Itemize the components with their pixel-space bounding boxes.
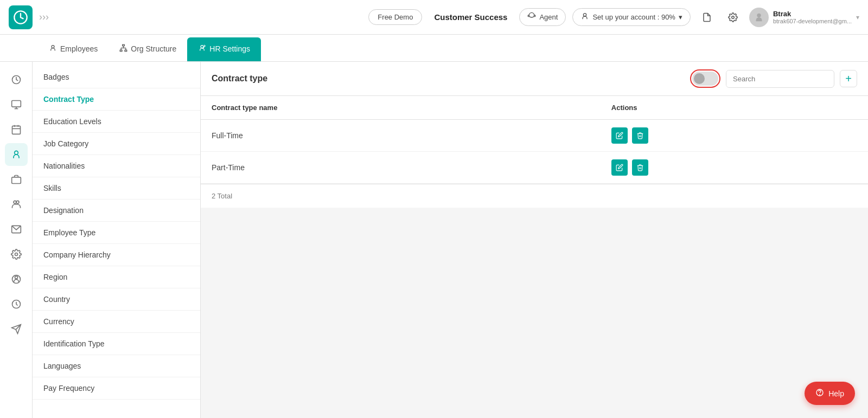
settings-nav-item-region[interactable]: Region bbox=[33, 266, 200, 288]
total-count: 2 Total bbox=[212, 192, 232, 200]
settings-nav-item-currency[interactable]: Currency bbox=[33, 311, 200, 333]
svg-point-3 bbox=[757, 13, 761, 17]
settings-nav-item-identification-type[interactable]: Identification Type bbox=[33, 333, 200, 355]
user-email: btrak607-development@gm... bbox=[773, 18, 852, 24]
sidebar-icon-person[interactable] bbox=[5, 143, 28, 166]
search-box bbox=[726, 70, 834, 88]
free-demo-button[interactable]: Free Demo bbox=[368, 9, 422, 25]
sidebar-icon-settings[interactable] bbox=[5, 243, 28, 266]
svg-rect-6 bbox=[120, 50, 123, 52]
settings-nav-item-employee-type[interactable]: Employee Type bbox=[33, 222, 200, 244]
data-table: Contract type name Actions Full-Time Par… bbox=[201, 96, 868, 184]
add-button[interactable]: + bbox=[840, 70, 857, 87]
agent-icon bbox=[527, 12, 536, 22]
cell-name: Part-Time bbox=[201, 152, 601, 184]
help-button[interactable]: Help bbox=[805, 382, 855, 405]
content-title: Contract type bbox=[212, 74, 267, 83]
settings-icon-button[interactable] bbox=[723, 8, 743, 27]
settings-nav-item-country[interactable]: Country bbox=[33, 288, 200, 311]
settings-nav-item-job-category[interactable]: Job Category bbox=[33, 133, 200, 155]
svg-point-28 bbox=[15, 276, 17, 279]
toggle-knob bbox=[694, 73, 705, 84]
settings-nav-item-company-hierarchy[interactable]: Company Hierarchy bbox=[33, 244, 200, 266]
setup-label: Set up your account : 90% bbox=[592, 13, 675, 21]
org-icon bbox=[119, 44, 127, 54]
chevron-down-icon: ▾ bbox=[679, 13, 682, 21]
sidebar-icon-send[interactable] bbox=[5, 318, 28, 340]
main-layout: Badges Contract Type Education Levels Jo… bbox=[0, 62, 868, 418]
avatar bbox=[749, 8, 769, 27]
settings-nav-item-contract-type[interactable]: Contract Type bbox=[33, 88, 200, 111]
person-icon bbox=[580, 12, 589, 22]
table-footer: 2 Total bbox=[201, 184, 868, 208]
svg-rect-5 bbox=[123, 44, 125, 46]
edit-button[interactable] bbox=[611, 127, 628, 144]
logo-button[interactable] bbox=[9, 5, 33, 29]
sidebar-icon-mail[interactable] bbox=[5, 218, 28, 241]
col-actions-header: Actions bbox=[601, 96, 868, 120]
sidebar-icon-briefcase[interactable] bbox=[5, 168, 28, 191]
sidebar-icon-group[interactable] bbox=[5, 193, 28, 216]
content-header: Contract type + bbox=[201, 62, 868, 96]
edit-button[interactable] bbox=[611, 159, 628, 176]
search-input[interactable] bbox=[726, 70, 831, 87]
cell-actions bbox=[601, 152, 868, 184]
content-area: Contract type + bbox=[201, 62, 868, 418]
agent-button[interactable]: Agent bbox=[519, 8, 566, 26]
table-row: Full-Time bbox=[201, 120, 868, 152]
sidebar-icon-clock[interactable] bbox=[5, 293, 28, 316]
settings-nav-item-skills[interactable]: Skills bbox=[33, 177, 200, 200]
table-header-row: Contract type name Actions bbox=[201, 96, 868, 120]
tab-org-structure[interactable]: Org Structure bbox=[108, 37, 187, 61]
tab-employees[interactable]: Employees bbox=[38, 37, 108, 61]
customer-success-button[interactable]: Customer Success bbox=[429, 9, 513, 25]
svg-point-35 bbox=[820, 395, 820, 395]
svg-rect-17 bbox=[12, 126, 20, 134]
nav-dots[interactable]: ››› bbox=[39, 11, 49, 23]
settings-nav-item-designation[interactable]: Designation bbox=[33, 200, 200, 222]
help-icon bbox=[815, 388, 824, 398]
svg-point-1 bbox=[584, 14, 586, 16]
toggle-switch[interactable] bbox=[692, 72, 718, 86]
cell-name: Full-Time bbox=[201, 120, 601, 152]
hr-settings-icon bbox=[198, 44, 206, 54]
plus-icon: + bbox=[845, 73, 852, 84]
settings-nav: Badges Contract Type Education Levels Jo… bbox=[33, 62, 201, 418]
toggle-wrapper[interactable] bbox=[690, 69, 720, 88]
tab-org-structure-label: Org Structure bbox=[131, 44, 176, 53]
settings-nav-item-badges[interactable]: Badges bbox=[33, 66, 200, 88]
sub-header: Employees Org Structure HR Settings bbox=[0, 35, 868, 62]
svg-rect-7 bbox=[125, 50, 127, 52]
tab-hr-settings[interactable]: HR Settings bbox=[187, 37, 261, 61]
settings-nav-item-pay-frequency[interactable]: Pay Frequency bbox=[33, 377, 200, 400]
col-name-header: Contract type name bbox=[201, 96, 601, 120]
sidebar-icon-monitor[interactable] bbox=[5, 93, 28, 116]
svg-point-2 bbox=[732, 16, 735, 18]
top-header: ››› Free Demo Customer Success Agent Set… bbox=[0, 0, 868, 35]
settings-nav-item-languages[interactable]: Languages bbox=[33, 355, 200, 377]
tab-employees-label: Employees bbox=[60, 44, 98, 53]
employees-icon bbox=[49, 44, 57, 54]
user-text: Btrak btrak607-development@gm... bbox=[773, 10, 852, 24]
svg-point-26 bbox=[15, 253, 17, 256]
user-info[interactable]: Btrak btrak607-development@gm... ▾ bbox=[749, 8, 859, 27]
sidebar-icon-dashboard[interactable] bbox=[5, 68, 28, 91]
svg-point-21 bbox=[14, 151, 18, 155]
tab-hr-settings-label: HR Settings bbox=[209, 44, 250, 53]
settings-nav-item-nationalities[interactable]: Nationalities bbox=[33, 155, 200, 177]
sidebar-icon-calendar[interactable] bbox=[5, 118, 28, 141]
document-icon-button[interactable] bbox=[697, 8, 717, 27]
search-icon bbox=[831, 74, 834, 83]
agent-label: Agent bbox=[539, 13, 558, 21]
delete-button[interactable] bbox=[632, 127, 648, 144]
settings-nav-item-education-levels[interactable]: Education Levels bbox=[33, 111, 200, 133]
table-row: Part-Time bbox=[201, 152, 868, 184]
svg-point-24 bbox=[16, 201, 19, 203]
delete-button[interactable] bbox=[632, 159, 648, 176]
help-label: Help bbox=[828, 389, 844, 398]
svg-point-4 bbox=[52, 46, 54, 48]
setup-button[interactable]: Set up your account : 90% ▾ bbox=[572, 8, 690, 26]
sidebar-icons bbox=[0, 62, 33, 418]
sidebar-icon-user-circle[interactable] bbox=[5, 268, 28, 291]
svg-rect-14 bbox=[11, 101, 21, 107]
